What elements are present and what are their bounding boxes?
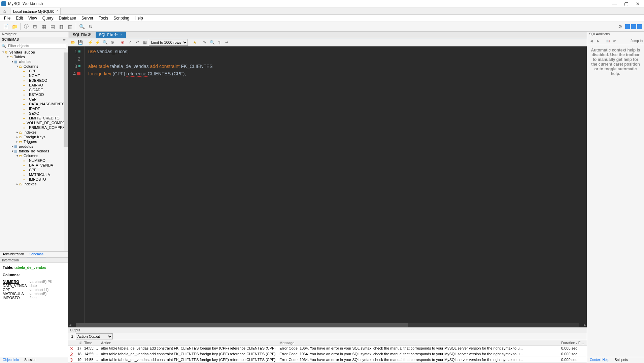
close-icon[interactable]: ✕ <box>120 33 123 36</box>
menu-file[interactable]: File <box>1 15 13 21</box>
tree-indexes[interactable]: Indexes <box>24 182 37 186</box>
stop-button[interactable]: ⊘ <box>109 39 116 46</box>
find-button[interactable]: ✎ <box>201 39 208 46</box>
inspector-button[interactable]: ⓘ <box>23 23 30 30</box>
tree-tables[interactable]: Tables <box>14 55 25 59</box>
close-icon[interactable]: ✕ <box>56 9 59 12</box>
search-button[interactable]: 🔍 <box>209 39 215 46</box>
tree-col[interactable]: MATRICULA <box>29 173 50 177</box>
tree-col[interactable]: NUMERO <box>29 158 45 162</box>
minimize-button[interactable]: — <box>612 1 617 6</box>
open-sql-button[interactable]: 📁 <box>11 23 18 30</box>
file-tab-active[interactable]: SQL File 4*✕ <box>96 32 126 38</box>
tree-col[interactable]: DATA_VENDA <box>29 163 53 167</box>
tree-col[interactable]: LIMITE_CREDITO <box>29 116 60 120</box>
new-query-button[interactable]: 📄 <box>2 23 9 30</box>
tree-table-clientes[interactable]: clientes <box>19 60 31 64</box>
maximize-button[interactable]: ▢ <box>624 1 629 6</box>
tree-columns-label[interactable]: Columns <box>24 64 38 68</box>
editor-hscrollbar[interactable]: ◀▶ <box>68 323 587 327</box>
tree-col[interactable]: PRIMEIRA_COMPRA <box>29 125 65 130</box>
menu-edit[interactable]: Edit <box>13 15 26 21</box>
home-button[interactable]: ⌂ <box>0 8 9 14</box>
toggle-limit-button[interactable]: ▦ <box>141 39 148 46</box>
toggle-bottom-panel[interactable] <box>631 24 636 29</box>
file-tab[interactable]: SQL File 3* <box>69 32 95 38</box>
open-file-button[interactable]: 📂 <box>69 39 76 46</box>
tree-col[interactable]: CEP <box>29 97 37 101</box>
reconnect-button[interactable]: ↻ <box>87 23 94 30</box>
menu-query[interactable]: Query <box>40 15 56 21</box>
tree-col[interactable]: ESTADO <box>29 93 44 97</box>
jump-to-label[interactable]: Jump to <box>631 39 643 43</box>
menu-database[interactable]: Database <box>56 15 79 21</box>
code-content[interactable]: use vendas_sucos; alter table tabela_de_… <box>85 46 216 327</box>
explain-button[interactable]: 🔍 <box>102 39 108 46</box>
create-function-button[interactable]: ▧ <box>66 23 74 30</box>
create-procedure-button[interactable]: ▥ <box>58 23 65 30</box>
tree-col[interactable]: IDADE <box>29 107 40 111</box>
connection-tab[interactable]: Local instance MySQL80 ✕ <box>10 8 61 14</box>
tree-col[interactable]: BAIRRO <box>29 83 43 87</box>
prev-button[interactable]: ◀ <box>588 38 595 44</box>
tree-columns-label[interactable]: Columns <box>24 154 38 158</box>
close-button[interactable]: ✕ <box>636 1 640 6</box>
tab-administration[interactable]: Administration <box>0 252 27 257</box>
tree-scrollbar[interactable] <box>64 49 68 251</box>
output-row[interactable]: ✕ 18 14:55:48 alter table tabela_de_vend… <box>68 351 587 357</box>
tab-schemas[interactable]: Schemas <box>27 252 46 257</box>
tree-col[interactable]: NOME <box>29 74 40 78</box>
schema-tree[interactable]: ▾🛢vendas_sucos ▾🗀Tables ▾▦clientes ▾🗀Col… <box>0 49 68 251</box>
toggle-right-panel[interactable] <box>637 24 642 29</box>
create-table-button[interactable]: ▦ <box>40 23 47 30</box>
rollback-button[interactable]: ↶ <box>134 39 141 46</box>
create-schema-button[interactable]: ⊞ <box>31 23 39 30</box>
tree-col[interactable]: EDERECO <box>29 78 47 82</box>
limit-select[interactable]: Limit to 1000 rows <box>149 39 188 46</box>
next-button[interactable]: ▶ <box>595 38 601 44</box>
tab-snippets[interactable]: Snippets <box>612 357 631 363</box>
clear-output-button[interactable]: 🗋 <box>70 334 74 338</box>
toggle-autocommit-button[interactable]: ⊗ <box>119 39 126 46</box>
code-editor[interactable]: 1 2 3 4 use vendas_sucos; alter table ta… <box>68 46 587 327</box>
execute-current-button[interactable]: ⚡ <box>94 39 101 46</box>
beautify-button[interactable]: ★ <box>191 39 198 46</box>
execute-button[interactable]: ⚡ <box>87 39 94 46</box>
menu-view[interactable]: View <box>26 15 40 21</box>
tree-table-produtos[interactable]: produtos <box>19 144 33 148</box>
settings-icon[interactable]: ⚙ <box>616 23 624 30</box>
tree-db[interactable]: vendas_sucos <box>9 50 35 54</box>
toggle-left-panel[interactable] <box>625 24 630 29</box>
output-row[interactable]: ✕ 19 14:55:48 alter table tabela_de_vend… <box>68 357 587 363</box>
tab-object-info[interactable]: Object Info <box>0 357 22 363</box>
tree-table-vendas[interactable]: tabela_de_vendas <box>19 149 49 153</box>
tree-indexes[interactable]: Indexes <box>24 130 37 134</box>
tree-triggers[interactable]: Triggers <box>24 140 37 144</box>
output-row[interactable]: ✕ 17 14:55:48 alter table tabela_de_vend… <box>68 346 587 351</box>
tree-col[interactable]: CIDADE <box>29 88 43 92</box>
menu-tools[interactable]: Tools <box>96 15 111 21</box>
tree-col[interactable]: VOLUME_DE_COMPRA <box>27 121 68 125</box>
menu-help[interactable]: Help <box>132 15 146 21</box>
tab-context-help[interactable]: Context Help <box>587 357 612 363</box>
menu-scripting[interactable]: Scripting <box>111 15 132 21</box>
commit-button[interactable]: ✓ <box>127 39 133 46</box>
create-view-button[interactable]: ▤ <box>49 23 56 30</box>
invisible-button[interactable]: ¶ <box>216 39 223 46</box>
tree-col[interactable]: SEXO <box>29 111 39 115</box>
tree-col[interactable]: CPF <box>29 168 36 172</box>
tree-col[interactable]: IMPOSTO <box>29 177 46 181</box>
tree-col[interactable]: DATA_NASCIMENTO <box>29 102 65 106</box>
help-button[interactable]: 📖 <box>605 38 611 44</box>
schemas-refresh-icon[interactable]: ⇆ <box>63 38 66 41</box>
auto-help-button[interactable]: ⟳ <box>611 38 617 44</box>
tab-session[interactable]: Session <box>22 357 39 363</box>
tree-col[interactable]: CPF <box>29 69 36 73</box>
save-file-button[interactable]: 💾 <box>77 39 83 46</box>
wrap-button[interactable]: ↵ <box>224 39 230 46</box>
filter-input[interactable] <box>7 43 66 48</box>
menu-server[interactable]: Server <box>79 15 96 21</box>
output-type-select[interactable]: Action Output <box>76 333 113 339</box>
tree-fks[interactable]: Foreign Keys <box>24 135 45 139</box>
search-table-button[interactable]: 🔍 <box>78 23 86 30</box>
